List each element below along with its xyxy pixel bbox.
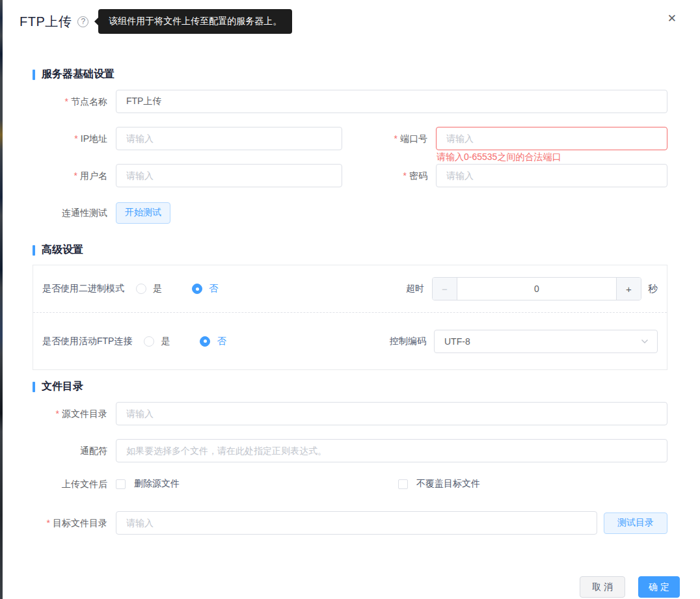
timeout-value[interactable]: 0 — [457, 278, 616, 300]
required-mark: * — [47, 518, 50, 528]
encoding-select[interactable]: UTF-8 — [434, 330, 658, 353]
username-input[interactable] — [116, 164, 342, 187]
timeout-label: 超时 — [406, 283, 424, 295]
active-ftp-label: 是否使用活动FTP连接 — [42, 336, 132, 347]
radio-label: 否 — [209, 283, 218, 295]
required-mark: * — [403, 170, 407, 181]
radio-circle-icon — [144, 336, 154, 347]
binary-mode-radio-yes[interactable]: 是 — [136, 283, 162, 295]
after-upload-label: 上传文件后 — [33, 478, 107, 490]
encoding-selected-value: UTF-8 — [444, 336, 470, 347]
minus-button[interactable]: − — [433, 278, 457, 300]
ip-input[interactable] — [116, 127, 342, 150]
row-after-upload: 上传文件后 删除源文件 不覆盖目标文件 — [33, 476, 667, 492]
row-connectivity-test: 连通性测试 开始测试 — [33, 201, 667, 224]
row-target-dir: *目标文件目录 测试目录 — [33, 511, 667, 535]
section-directory-header: 文件目录 — [33, 380, 667, 393]
checkbox-icon — [116, 479, 126, 489]
radio-label: 否 — [217, 336, 226, 347]
required-mark: * — [65, 96, 68, 107]
node-name-input[interactable] — [116, 90, 667, 113]
section-accent-bar — [33, 382, 35, 392]
row-username-password: *用户名 *密码 — [33, 164, 667, 187]
radio-circle-icon — [136, 284, 146, 294]
dialog-body: 服务器基础设置 *节点名称 *IP地址 *端口号 请输入0-65535之间的合法… — [0, 68, 700, 535]
row-source-dir: *源文件目录 — [33, 402, 667, 425]
close-icon[interactable]: ✕ — [667, 13, 677, 24]
radio-label: 是 — [161, 336, 170, 347]
row-active-ftp-encoding: 是否使用活动FTP连接 是 否 控制编码 UTF-8 — [33, 313, 667, 369]
port-label: *端口号 — [342, 133, 427, 144]
active-ftp-radio-yes[interactable]: 是 — [144, 336, 170, 347]
section-advanced-header: 高级设置 — [33, 243, 667, 257]
row-binary-mode-timeout: 是否使用二进制模式 是 否 超时 − 0 + — [33, 265, 667, 313]
plus-button[interactable]: + — [616, 278, 641, 300]
radio-label: 是 — [153, 283, 162, 295]
source-dir-input[interactable] — [116, 402, 667, 425]
required-mark: * — [394, 133, 397, 144]
active-ftp-radio-group: 是 否 — [144, 336, 226, 347]
node-name-label: *节点名称 — [33, 96, 107, 107]
section-directory-title: 文件目录 — [42, 380, 83, 393]
tooltip-arrow-icon — [94, 18, 98, 25]
chevron-down-icon — [641, 339, 649, 344]
binary-mode-radio-group: 是 否 — [136, 283, 218, 295]
required-mark: * — [74, 170, 77, 181]
username-label: *用户名 — [33, 170, 107, 181]
tooltip-text: 该组件用于将文件上传至配置的服务器上。 — [109, 16, 282, 26]
checkbox-icon — [398, 479, 408, 489]
row-wildcard: 通配符 — [33, 439, 667, 462]
active-ftp-radio-no[interactable]: 否 — [200, 336, 226, 347]
start-test-button[interactable]: 开始测试 — [116, 202, 170, 224]
delete-source-checkbox[interactable]: 删除源文件 — [116, 478, 398, 490]
wildcard-input[interactable] — [116, 439, 667, 462]
row-ip-port: *IP地址 *端口号 请输入0-65535之间的合法端口 — [33, 127, 667, 150]
timeout-stepper: − 0 + — [432, 277, 641, 300]
no-overwrite-checkbox[interactable]: 不覆盖目标文件 — [398, 478, 480, 490]
ip-label: *IP地址 — [33, 133, 107, 144]
connectivity-label: 连通性测试 — [33, 207, 107, 219]
checkbox-label: 删除源文件 — [134, 478, 180, 490]
advanced-settings-panel: 是否使用二进制模式 是 否 超时 − 0 + — [33, 265, 667, 370]
confirm-button[interactable]: 确 定 — [638, 576, 680, 598]
port-error-message: 请输入0-65535之间的合法端口 — [437, 152, 561, 163]
timeout-unit: 秒 — [648, 283, 658, 295]
section-server-header: 服务器基础设置 — [33, 68, 667, 81]
dialog-title: FTP上传 — [20, 13, 72, 31]
section-server-title: 服务器基础设置 — [42, 68, 114, 81]
source-dir-label: *源文件目录 — [33, 408, 107, 419]
row-node-name: *节点名称 — [33, 90, 667, 113]
target-dir-label: *目标文件目录 — [33, 517, 107, 529]
section-advanced-title: 高级设置 — [42, 243, 83, 257]
required-mark: * — [74, 133, 77, 144]
required-mark: * — [56, 408, 59, 419]
help-icon[interactable]: ? — [77, 16, 88, 27]
radio-circle-icon — [200, 336, 210, 347]
encoding-label: 控制编码 — [390, 336, 426, 347]
binary-mode-radio-no[interactable]: 否 — [192, 283, 218, 295]
cancel-button[interactable]: 取 消 — [580, 576, 625, 598]
test-dir-button[interactable]: 测试目录 — [604, 512, 667, 534]
section-accent-bar — [33, 70, 35, 80]
wildcard-label: 通配符 — [33, 445, 107, 457]
background-page-edge — [0, 0, 3, 599]
checkbox-label: 不覆盖目标文件 — [416, 478, 480, 490]
dialog-header: FTP上传 ? 该组件用于将文件上传至配置的服务器上。 — [0, 0, 700, 35]
password-input[interactable] — [436, 164, 667, 187]
section-accent-bar — [33, 245, 35, 256]
password-label: *密码 — [342, 170, 427, 181]
radio-circle-icon — [192, 284, 202, 294]
target-dir-input[interactable] — [116, 511, 597, 535]
help-tooltip: 该组件用于将文件上传至配置的服务器上。 — [98, 9, 292, 34]
port-input[interactable] — [436, 127, 667, 150]
dialog-footer: 取 消 确 定 — [580, 576, 680, 598]
binary-mode-label: 是否使用二进制模式 — [42, 283, 124, 295]
